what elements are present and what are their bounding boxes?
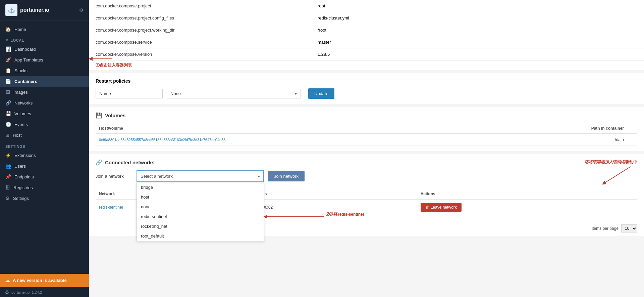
restart-name-field: Name xyxy=(96,89,163,98)
table-row: com.docker.compose.version1.28.5 xyxy=(89,48,644,60)
annotation1-row: ①点击进入容器列表 xyxy=(89,60,644,70)
cloud-icon: ☁ xyxy=(5,277,10,284)
restart-policies-title: Restart policies xyxy=(96,78,637,84)
settings-icon: ⚙ xyxy=(5,196,10,201)
registries-label: Registries xyxy=(13,185,33,190)
network-select-wrapper: Select a network bridge host none redis-… xyxy=(137,170,264,182)
network-name-link[interactable]: redis-sentinel xyxy=(99,205,123,210)
sidebar-logo: ⚓ portainer.io ⚙ xyxy=(0,0,89,20)
sidebar-item-extensions[interactable]: ⚡ Extensions xyxy=(0,150,89,161)
join-network-row: Join a network Select a network bridge h… xyxy=(96,170,637,182)
table-row: com.docker.compose.servicemaster xyxy=(89,36,644,48)
sidebar-item-registries[interactable]: 🗄 Registries xyxy=(0,182,89,193)
items-per-page-label: Items per page xyxy=(592,226,619,231)
portainer-icon-small: ⚓ xyxy=(5,290,9,294)
labels-section: com.docker.compose.projectrootcom.docker… xyxy=(89,0,644,60)
network-option-redis-sentinel[interactable]: redis-sentinel ②选择redis-sentinel xyxy=(137,212,264,221)
volume-link[interactable]: 0ef9a8891aa63482554557a8ed55185b853b3f16… xyxy=(99,138,225,142)
sidebar-item-containers[interactable]: 📄 Containers xyxy=(0,76,89,87)
path-col-header: Path in container xyxy=(491,123,637,134)
restart-policies-section: Restart policies Name None Always On fai… xyxy=(89,70,644,104)
label-value: 1.28.5 xyxy=(311,48,644,60)
host-label: Host xyxy=(13,133,22,138)
sidebar-item-host[interactable]: ⊞ Host xyxy=(0,130,89,140)
label-value: /root xyxy=(311,24,644,36)
endpoints-label: Endpoints xyxy=(14,174,34,179)
volumes-label: Volumes xyxy=(14,111,31,116)
sidebar-logo-text: portainer.io xyxy=(20,7,49,13)
label-key: com.docker.compose.project.working_dir xyxy=(89,24,311,36)
trash-icon: 🗑 xyxy=(425,205,429,210)
networks-label: Networks xyxy=(14,100,33,105)
sidebar-item-images[interactable]: 🖼 Images xyxy=(0,87,89,97)
annotation2-text: ②选择redis-sentinel xyxy=(326,212,364,217)
local-section-label: ⬆ LOCAL xyxy=(0,35,89,44)
app-templates-label: App Templates xyxy=(14,57,43,62)
containers-icon: 📄 xyxy=(5,79,11,84)
annotation3-text: ③将该容器加入该网络驱动中 xyxy=(585,159,637,165)
network-option-rocketmq-net[interactable]: rocketmq_net xyxy=(137,221,264,231)
networks-title: Connected networks xyxy=(105,160,155,165)
label-value: redis-cluster.yml xyxy=(311,12,644,24)
sidebar-item-home[interactable]: 🏠 Home xyxy=(0,23,89,35)
network-option-bridge[interactable]: bridge xyxy=(137,182,264,192)
join-network-button[interactable]: Join network xyxy=(268,171,305,181)
sidebar-version-bar: ⚓ portainer.io 1.24.2 xyxy=(0,287,89,297)
volumes-header-icon: 💾 xyxy=(96,112,102,119)
sidebar-item-events[interactable]: 🕐 Events xyxy=(0,119,89,130)
dashboard-label: Dashboard xyxy=(14,47,36,52)
network-option-none[interactable]: none xyxy=(137,202,264,212)
sidebar-item-stacks[interactable]: 📋 Stacks xyxy=(0,65,89,76)
actions-col-header: Actions xyxy=(417,189,637,199)
label-key: com.docker.compose.version xyxy=(89,48,311,60)
stacks-icon: 📋 xyxy=(5,68,11,73)
network-option-root-default[interactable]: root_default xyxy=(137,231,264,241)
events-label: Events xyxy=(14,122,28,127)
extensions-icon: ⚡ xyxy=(5,153,11,158)
labels-table: com.docker.compose.projectrootcom.docker… xyxy=(89,0,644,60)
stacks-label: Stacks xyxy=(14,68,28,73)
sidebar-item-app-templates[interactable]: 🚀 App Templates xyxy=(0,54,89,65)
sidebar-settings-icon[interactable]: ⚙ xyxy=(79,7,84,13)
home-label: Home xyxy=(14,27,26,32)
network-select[interactable]: Select a network bridge host none redis-… xyxy=(137,170,264,182)
networks-section: 🔗 Connected networks ③将该容器加入该网络驱动中 Join xyxy=(89,151,644,221)
endpoints-icon: 📌 xyxy=(5,174,11,179)
restart-policy-select[interactable]: None Always On failure Unless stopped xyxy=(167,89,301,98)
portainer-logo-icon: ⚓ xyxy=(5,4,17,16)
volumes-section-header: 💾 Volumes xyxy=(96,112,637,119)
name-label: Name xyxy=(99,91,111,96)
leave-network-label: Leave network xyxy=(431,205,457,210)
volumes-section: 💾 Volumes Host/volume Path in container … xyxy=(89,104,644,151)
label-value: master xyxy=(311,36,644,48)
main-content: com.docker.compose.projectrootcom.docker… xyxy=(89,0,644,297)
new-version-banner[interactable]: ☁ A new version is available xyxy=(0,274,89,287)
table-row: com.docker.compose.projectroot xyxy=(89,0,644,12)
sidebar-item-settings[interactable]: ⚙ Settings xyxy=(0,193,89,204)
users-label: Users xyxy=(14,164,26,169)
sidebar-item-endpoints[interactable]: 📌 Endpoints xyxy=(0,171,89,182)
leave-network-button[interactable]: 🗑 Leave network xyxy=(421,203,462,212)
label-key: com.docker.compose.service xyxy=(89,36,311,48)
local-pin-icon: ⬆ xyxy=(5,38,9,42)
restart-policies-row: Name None Always On failure Unless stopp… xyxy=(96,88,637,99)
version-number: 1.24.2 xyxy=(32,290,42,294)
join-network-label: Join a network xyxy=(96,174,132,179)
items-per-page-select[interactable]: 10 25 50 xyxy=(621,224,637,232)
extensions-label: Extensions xyxy=(14,153,36,158)
new-version-text: A new version is available xyxy=(13,278,67,283)
images-icon: 🖼 xyxy=(5,89,10,95)
update-button[interactable]: Update xyxy=(308,88,334,99)
label-key: com.docker.compose.project.config_files xyxy=(89,12,311,24)
sidebar-item-volumes[interactable]: 💾 Volumes xyxy=(0,108,89,119)
sidebar-item-dashboard[interactable]: 📊 Dashboard xyxy=(0,44,89,54)
mac-col-header: MAC Address xyxy=(237,189,417,199)
table-row: com.docker.compose.project.working_dir/r… xyxy=(89,24,644,36)
sidebar-item-users[interactable]: 👥 Users xyxy=(0,161,89,171)
settings-section-label: SETTINGS xyxy=(0,140,89,150)
volumes-icon: 💾 xyxy=(5,111,11,116)
network-option-host[interactable]: host xyxy=(137,192,264,202)
version-text: portainer.io xyxy=(11,290,30,294)
sidebar-item-networks[interactable]: 🔗 Networks xyxy=(0,97,89,108)
networks-section-header: 🔗 Connected networks xyxy=(96,159,637,166)
